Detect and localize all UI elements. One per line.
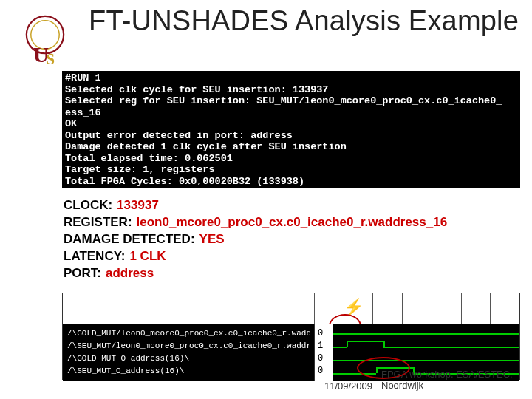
value-latency: 1 CLK bbox=[129, 248, 166, 265]
signal-name-row: /\SEU_MUT/leon0_mcore0_proc0_cx.c0_icach… bbox=[67, 341, 310, 350]
signal-name-row: /\GOLD_MUT/leon0_mcore0_proc0_cx.c0_icac… bbox=[67, 329, 310, 338]
slide: U S FT-UNSHADES Analysis Example #RUN 1 … bbox=[0, 0, 532, 399]
waveform-timeline: ⚡ bbox=[63, 293, 519, 324]
signal-value-row: 0 bbox=[318, 328, 330, 338]
header: U S FT-UNSHADES Analysis Example bbox=[12, 6, 520, 72]
terminal-output: #RUN 1 Selected clk cycle for SEU insert… bbox=[62, 71, 520, 188]
label-register: REGISTER: bbox=[64, 214, 132, 231]
waveform-viewer: ⚡ /\GOLD_MUT/leon0_mcore0_proc0_cx.c0_ic… bbox=[62, 293, 520, 380]
label-clock: CLOCK: bbox=[64, 197, 112, 214]
summary-clock: CLOCK: 133937 bbox=[64, 197, 519, 214]
label-damage: DAMAGE DETECTED: bbox=[64, 231, 195, 248]
signal-name-row: /\GOLD_MUT_O_address(16)\ bbox=[67, 354, 310, 363]
svg-text:S: S bbox=[46, 51, 55, 66]
summary-register: REGISTER: leon0_mcore0_proc0_cx.c0_icach… bbox=[64, 214, 519, 231]
summary-latency: LATENCY: 1 CLK bbox=[64, 248, 519, 265]
value-port: address bbox=[106, 265, 154, 282]
footer-date: 11/09/2009 bbox=[324, 381, 372, 392]
footer: 11/09/2009 FPGA workshop. ESA/ESTEC, Noo… bbox=[0, 369, 514, 392]
label-port: PORT: bbox=[64, 265, 101, 282]
signal-value-row: 0 bbox=[318, 353, 330, 364]
label-latency: LATENCY: bbox=[64, 248, 125, 265]
slide-title: FT-UNSHADES Analysis Example bbox=[89, 6, 519, 37]
summary-block: CLOCK: 133937 REGISTER: leon0_mcore0_pro… bbox=[62, 197, 520, 282]
value-damage: YES bbox=[200, 231, 225, 248]
summary-damage: DAMAGE DETECTED: YES bbox=[64, 231, 519, 248]
university-of-sevilla-logo: U S bbox=[12, 6, 78, 72]
footer-venue: FPGA workshop. ESA/ESTEC, Noordwijk bbox=[381, 369, 514, 392]
signal-value-row: 1 bbox=[318, 341, 330, 351]
value-register: leon0_mcore0_proc0_cx.c0_icache0_r.waddr… bbox=[137, 214, 448, 231]
value-clock: 133937 bbox=[117, 197, 159, 214]
summary-port: PORT: address bbox=[64, 265, 519, 282]
